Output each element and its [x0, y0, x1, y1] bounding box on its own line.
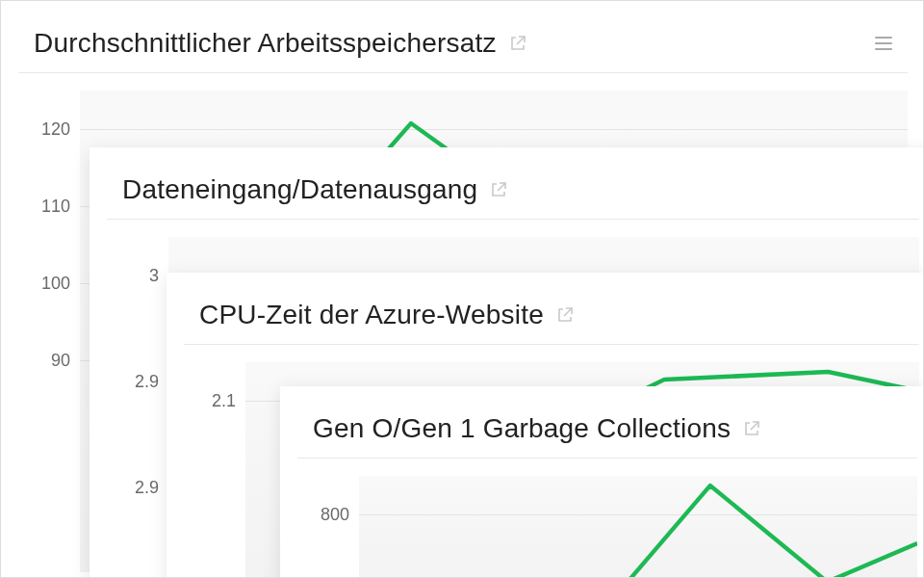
chart-card-gc: Gen O/Gen 1 Garbage Collections 800: [280, 386, 924, 578]
chart-line: [359, 476, 917, 578]
y-tick: 90: [51, 351, 70, 371]
external-link-icon[interactable]: [491, 182, 506, 197]
card-title: Durchschnittlicher Arbeitsspeichersatz: [34, 28, 497, 59]
y-tick: 800: [321, 505, 349, 525]
external-link-icon[interactable]: [510, 36, 526, 51]
y-tick: 120: [41, 119, 70, 140]
y-tick: 100: [41, 274, 70, 294]
y-tick: 2.1: [212, 391, 236, 411]
external-link-icon[interactable]: [744, 421, 759, 436]
external-link-icon[interactable]: [557, 307, 573, 323]
card-title: CPU-Zeit der Azure-Website: [199, 300, 544, 330]
card-title: Dateneingang/Datenausgang: [122, 174, 477, 205]
card-title: Gen O/Gen 1 Garbage Collections: [313, 413, 731, 444]
dashboard-frame: Durchschnittlicher Arbeitsspeichersatz 1…: [0, 0, 924, 578]
hamburger-menu-icon[interactable]: [875, 37, 892, 50]
y-tick: 2.9: [135, 478, 159, 498]
y-tick: 2.9: [135, 372, 159, 392]
y-tick: 3: [149, 266, 159, 286]
y-tick: 110: [41, 197, 70, 217]
chart-plot: 800: [297, 476, 917, 578]
